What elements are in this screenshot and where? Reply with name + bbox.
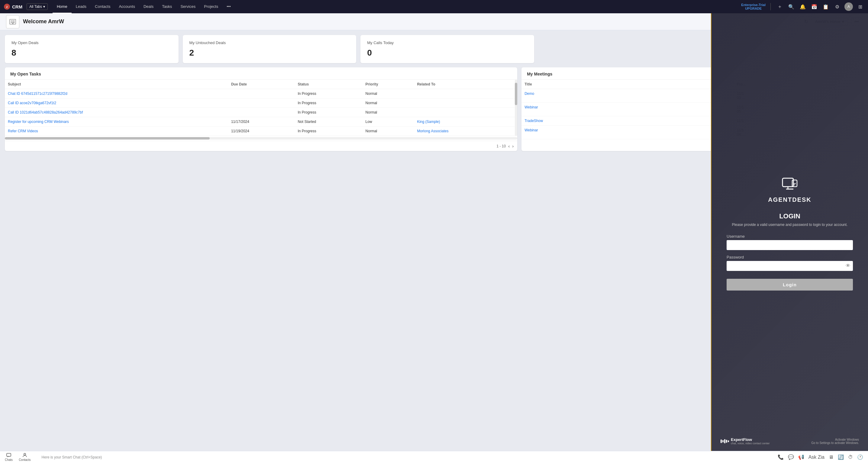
sync-btn[interactable]: 🔄 bbox=[838, 454, 844, 460]
nav-link-contacts[interactable]: Contacts bbox=[91, 0, 115, 13]
col-priority: Priority bbox=[363, 80, 414, 89]
login-subtitle: Please provide a valid username and pass… bbox=[732, 223, 848, 227]
task-status: Not Started bbox=[294, 117, 362, 127]
nav-link-tasks[interactable]: Tasks bbox=[158, 0, 176, 13]
calls-today-label: My Calls Today bbox=[367, 40, 528, 45]
task-related-link[interactable]: Morlong Associates bbox=[417, 129, 448, 133]
svg-rect-3 bbox=[11, 21, 12, 22]
task-subject-link[interactable]: Chat ID 6745d11571c2715f79882f2d bbox=[8, 92, 67, 96]
meeting-title: Webinar bbox=[522, 103, 734, 116]
pagination-next-button[interactable]: › bbox=[512, 143, 514, 148]
untouched-deals-value: 2 bbox=[189, 48, 350, 58]
task-subject-link[interactable]: Register for upcoming CRM Webinars bbox=[8, 120, 69, 124]
calendar-button[interactable]: 📅 bbox=[810, 2, 818, 11]
task-subject: Call ID acoe2v70tkga672vf1t2 bbox=[5, 98, 228, 108]
task-subject-link[interactable]: Call ID 1021d64ab57c48828a264ad42789c7bf bbox=[8, 110, 83, 114]
task-related: King (Sample) bbox=[414, 117, 517, 127]
table-row: Register for upcoming CRM Webinars 11/17… bbox=[5, 117, 517, 127]
user-avatar[interactable]: A bbox=[844, 2, 853, 11]
megaphone-btn[interactable]: 📢 bbox=[798, 454, 804, 460]
clock-btn[interactable]: 🕐 bbox=[857, 454, 863, 460]
nav-logo-text: CRM bbox=[12, 4, 22, 9]
add-button[interactable]: ＋ bbox=[776, 2, 784, 11]
crm-logo-icon: Z bbox=[4, 3, 10, 10]
nav-link-home[interactable]: Home bbox=[53, 0, 71, 13]
nav-link-deals[interactable]: Deals bbox=[139, 0, 158, 13]
username-input[interactable] bbox=[726, 240, 853, 250]
tasks-vertical-scrollbar[interactable] bbox=[515, 80, 517, 136]
expertflow-name: ExpertFlow bbox=[731, 437, 770, 442]
table-row: Chat ID 6745d11571c2715f79882f2d In Prog… bbox=[5, 89, 517, 98]
svg-rect-4 bbox=[12, 21, 13, 22]
task-status: In Progress bbox=[294, 127, 362, 136]
password-input[interactable] bbox=[726, 261, 853, 271]
task-related bbox=[414, 98, 517, 108]
ask-zia-btn[interactable]: Ask Zia bbox=[808, 455, 825, 460]
header-icon-box bbox=[6, 15, 19, 28]
expertflow-sub: chat, voice, video contact center bbox=[731, 442, 770, 445]
notifications-button[interactable]: 🔔 bbox=[799, 2, 807, 11]
tasks-horizontal-scrollbar[interactable] bbox=[5, 137, 517, 139]
meeting-title-link[interactable]: Webinar bbox=[525, 105, 538, 109]
untouched-deals-label: My Untouched Deals bbox=[189, 40, 350, 45]
task-subject: Chat ID 6745d11571c2715f79882f2d bbox=[5, 89, 228, 98]
contacts-bar-item[interactable]: Contacts bbox=[19, 453, 31, 462]
nav-divider bbox=[770, 3, 771, 10]
contacts-icon bbox=[22, 453, 27, 458]
page-title: Welcome AmrW bbox=[23, 19, 64, 25]
nav-trial-info: Enterprise-Trial UPGRADE bbox=[741, 3, 766, 10]
contacts-bar-label: Contacts bbox=[19, 458, 31, 462]
tasks-scrollbar-thumb bbox=[515, 83, 517, 105]
timer-btn[interactable]: ⏱ bbox=[848, 455, 853, 460]
nav-link-leads[interactable]: Leads bbox=[71, 0, 91, 13]
meeting-title-link[interactable]: TradeShow bbox=[525, 119, 543, 123]
nav-link-accounts[interactable]: Accounts bbox=[115, 0, 139, 13]
cases-button[interactable]: 📋 bbox=[822, 2, 830, 11]
search-button[interactable]: 🔍 bbox=[787, 2, 796, 11]
pagination-prev-button[interactable]: ‹ bbox=[508, 143, 510, 148]
upgrade-link[interactable]: UPGRADE bbox=[741, 7, 766, 10]
login-button[interactable]: Login bbox=[726, 279, 853, 291]
task-subject-link[interactable]: Refer CRM Videos bbox=[8, 129, 38, 133]
stat-card-open-deals: My Open Deals 8 bbox=[5, 35, 179, 63]
tasks-panel: My Open Tasks Subject Due Date Status Pr… bbox=[5, 67, 517, 151]
col-status: Status bbox=[294, 80, 362, 89]
agentdesk-footer: ExpertFlow chat, voice, video contact ce… bbox=[712, 437, 868, 445]
screen-btn[interactable]: 🖥 bbox=[829, 455, 834, 460]
chat-bubble-btn[interactable]: 💬 bbox=[788, 454, 794, 460]
meeting-title-link[interactable]: Demo bbox=[525, 92, 534, 96]
toggle-password-button[interactable]: 👁 bbox=[846, 263, 850, 268]
task-priority: Normal bbox=[363, 127, 414, 136]
col-related-to: Related To bbox=[414, 80, 517, 89]
smart-chat-area[interactable]: Here is your Smart Chat (Ctrl+Space) bbox=[37, 455, 772, 459]
task-related bbox=[414, 89, 517, 98]
meetings-col-title: Title bbox=[522, 80, 734, 89]
task-related-link[interactable]: King (Sample) bbox=[417, 120, 440, 124]
task-related bbox=[414, 108, 517, 117]
task-priority: Low bbox=[363, 117, 414, 127]
task-status: In Progress bbox=[294, 89, 362, 98]
all-tabs-button[interactable]: All Tabs ▾ bbox=[27, 3, 48, 10]
task-due-date bbox=[228, 108, 295, 117]
password-form-group: Password 👁 bbox=[726, 255, 853, 271]
settings-button[interactable]: ⚙ bbox=[833, 2, 841, 11]
nav-logo: Z CRM bbox=[4, 3, 22, 10]
grid-button[interactable]: ⊞ bbox=[856, 2, 864, 11]
meeting-title-link[interactable]: Webinar bbox=[525, 128, 538, 132]
password-wrap: 👁 bbox=[726, 261, 853, 271]
phone-icon-btn[interactable]: 📞 bbox=[778, 454, 784, 460]
nav-link-projects[interactable]: Projects bbox=[200, 0, 222, 13]
chats-icon bbox=[6, 453, 11, 458]
col-subject: Subject bbox=[5, 80, 228, 89]
task-subject: Call ID 1021d64ab57c48828a264ad42789c7bf bbox=[5, 108, 228, 117]
task-priority: Normal bbox=[363, 98, 414, 108]
task-priority: Normal bbox=[363, 108, 414, 117]
nav-link-services[interactable]: Services bbox=[176, 0, 200, 13]
ask-zia-label: Ask Zia bbox=[808, 455, 825, 460]
chats-bar-item[interactable]: Chats bbox=[5, 453, 13, 462]
tasks-table-wrapper: Subject Due Date Status Priority Related… bbox=[5, 80, 517, 136]
nav-link-more[interactable]: ••• bbox=[222, 0, 235, 13]
building-icon bbox=[9, 18, 17, 26]
task-subject-link[interactable]: Call ID acoe2v70tkga672vf1t2 bbox=[8, 101, 56, 105]
username-form-group: Username bbox=[726, 234, 853, 250]
